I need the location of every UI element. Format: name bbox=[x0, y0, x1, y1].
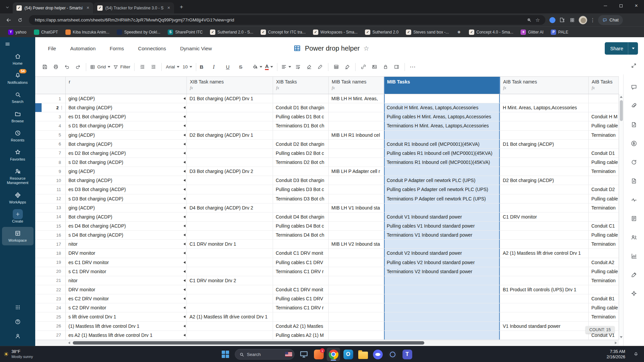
grid-cell[interactable]: Bot charging (ACDP) bbox=[66, 176, 187, 185]
print-icon[interactable] bbox=[50, 61, 61, 73]
row-number[interactable]: 9 bbox=[35, 167, 66, 176]
address-bar[interactable]: https://app.smartsheet.com/sheets/6Rm2HR… bbox=[29, 15, 545, 25]
grid-cell[interactable]: D2 Bot charging (ACDP) Drv 1 bbox=[187, 131, 273, 140]
grid-cell[interactable]: s D2 Bot charging (ACDP) bbox=[66, 158, 187, 167]
wrap-text-icon[interactable] bbox=[292, 61, 304, 73]
menu-item-forms[interactable]: Forms bbox=[110, 46, 124, 51]
grid-cell[interactable] bbox=[187, 112, 273, 121]
grid-cell[interactable] bbox=[500, 303, 589, 312]
row-number[interactable]: 8 bbox=[35, 158, 66, 167]
undo-icon[interactable] bbox=[61, 61, 72, 73]
row-number[interactable]: 7 bbox=[35, 149, 66, 158]
bookmark-item[interactable]: ✓Sutherland 2.0 bbox=[362, 28, 401, 36]
grid-cell[interactable] bbox=[273, 203, 329, 213]
conversations-icon[interactable] bbox=[631, 84, 637, 92]
grid-cell[interactable]: Conduit C1 DRV monit bbox=[273, 285, 329, 294]
scroll-down-icon[interactable] bbox=[620, 336, 623, 338]
column-header-aib-tasks[interactable]: AIB Tasksfx bbox=[589, 77, 619, 94]
grid-cell[interactable]: Conduit H M bbox=[589, 112, 619, 121]
sidebar-item-favorites[interactable]: Favorites bbox=[2, 146, 34, 164]
grid-cell[interactable] bbox=[500, 149, 589, 158]
grid-cell[interactable] bbox=[329, 285, 384, 294]
grid-cell[interactable] bbox=[329, 267, 384, 276]
proofs-icon[interactable] bbox=[631, 121, 637, 129]
tab-close-icon[interactable]: ✕ bbox=[166, 5, 171, 11]
bookmark-item[interactable]: Yyahoo bbox=[5, 28, 29, 36]
sidebar-item-workapps[interactable]: WorkApps bbox=[2, 189, 34, 207]
sidebar-item-workspace[interactable]: Workspace bbox=[2, 227, 34, 245]
row-number[interactable]: 13 bbox=[35, 203, 66, 213]
taskbar-search[interactable]: Search bbox=[235, 349, 294, 360]
grid-cell[interactable]: Pulling cable bbox=[589, 158, 619, 167]
grid-cell[interactable] bbox=[500, 258, 589, 267]
row-number[interactable]: 19 bbox=[35, 258, 66, 267]
outdent-icon[interactable] bbox=[137, 61, 148, 73]
lock-icon[interactable] bbox=[380, 61, 391, 73]
row-number[interactable]: 17 bbox=[35, 240, 66, 249]
grid-cell[interactable] bbox=[187, 322, 273, 331]
share-button[interactable]: Share bbox=[605, 42, 638, 55]
publish-icon[interactable] bbox=[631, 178, 637, 186]
grid-cell[interactable] bbox=[589, 285, 619, 294]
grid-cell[interactable] bbox=[329, 249, 384, 258]
menu-item-file[interactable]: File bbox=[48, 46, 56, 51]
grid-cell[interactable] bbox=[187, 249, 273, 258]
grid-cell[interactable] bbox=[384, 131, 500, 140]
grid-cell[interactable]: Pulling cable bbox=[589, 121, 619, 130]
apps-grid-icon[interactable] bbox=[568, 16, 576, 24]
grid-cell[interactable]: Pulling cables C1 DRV bbox=[273, 258, 329, 267]
menu-item-automation[interactable]: Automation bbox=[70, 46, 96, 51]
grid-cell[interactable] bbox=[500, 158, 589, 167]
grid-cell[interactable] bbox=[329, 222, 384, 231]
font-size-dropdown[interactable]: 10 bbox=[181, 61, 194, 73]
grid-cell[interactable]: es D4 Bot charging (ACDP) bbox=[66, 222, 187, 231]
grid-cell[interactable]: Conduit D1 Bot chargin bbox=[273, 103, 329, 112]
clear-format-icon[interactable] bbox=[304, 61, 315, 73]
puzzle-extension-icon[interactable] bbox=[558, 16, 566, 24]
save-icon[interactable] bbox=[39, 61, 50, 73]
grid-cell[interactable] bbox=[329, 312, 384, 321]
grid-cell[interactable]: Pulling cables A2 (1) M bbox=[273, 331, 329, 340]
grid-cell[interactable] bbox=[500, 240, 589, 249]
grid-cell[interactable] bbox=[589, 176, 619, 185]
grid-cell[interactable] bbox=[329, 231, 384, 240]
grid-cell[interactable]: C1 DRV monitor bbox=[500, 213, 589, 222]
grid-cell[interactable] bbox=[273, 312, 329, 321]
sidebar-item-notifications[interactable]: 54Notifications bbox=[2, 69, 34, 87]
grid-cell[interactable] bbox=[187, 158, 273, 167]
bookmark-item[interactable]: ChatGPT bbox=[31, 28, 61, 36]
grid-cell[interactable]: Terminations H Mint. Areas, Laptops,Acce… bbox=[384, 121, 500, 130]
grid-cell[interactable]: Pulling cables V1 Inbound standard power bbox=[384, 222, 500, 231]
help-icon[interactable] bbox=[15, 319, 21, 326]
browser-tab[interactable]: (54) Tracker for Palestine 3.0 - Sma✕ bbox=[94, 2, 174, 13]
tab-close-icon[interactable]: ✕ bbox=[85, 5, 91, 11]
grid-cell[interactable]: Termination bbox=[589, 131, 619, 140]
back-icon[interactable] bbox=[3, 15, 14, 25]
grid-cell[interactable] bbox=[500, 203, 589, 213]
grid-cell[interactable] bbox=[329, 213, 384, 222]
grid-cell[interactable]: Termination bbox=[589, 312, 619, 321]
bookmark-item[interactable]: ✓Concept for ITC tra... bbox=[258, 28, 308, 36]
sidebar-item-browse[interactable]: Browse bbox=[2, 108, 34, 126]
grid-cell[interactable]: ging (ACDP) bbox=[66, 94, 187, 103]
row-menu-icon[interactable]: ⋮ bbox=[60, 105, 64, 110]
redo-icon[interactable] bbox=[72, 61, 84, 73]
font-dropdown[interactable]: Arial bbox=[164, 61, 181, 73]
grid-cell[interactable] bbox=[329, 176, 384, 185]
row-number[interactable]: 24 bbox=[35, 303, 66, 312]
grid-cell[interactable]: Termination bbox=[589, 276, 619, 285]
row-number[interactable]: 27 bbox=[35, 331, 66, 340]
profile-avatar[interactable] bbox=[579, 16, 587, 24]
grid-cell[interactable]: Conduit V2 Inbound standard power bbox=[384, 249, 500, 258]
grid-cell[interactable]: Terminations C1 DRV r bbox=[273, 267, 329, 276]
row-number[interactable]: 14 bbox=[35, 213, 66, 222]
attachments-icon[interactable] bbox=[631, 103, 637, 111]
grid-cell[interactable] bbox=[589, 213, 619, 222]
grid-cell[interactable]: Pulling cable bbox=[589, 267, 619, 276]
grid-cell[interactable]: Conduit D2 Bot chargin bbox=[273, 140, 329, 149]
grid-cell[interactable]: MIB LH P Adapter cell r bbox=[329, 167, 384, 176]
highlight-changes-icon[interactable] bbox=[342, 61, 353, 73]
grid-cell[interactable] bbox=[500, 267, 589, 276]
grid-cell[interactable]: Terminations V2 Inbound standard power bbox=[384, 267, 500, 276]
grid-cell[interactable]: Bot charging (ACDP) bbox=[66, 213, 187, 222]
